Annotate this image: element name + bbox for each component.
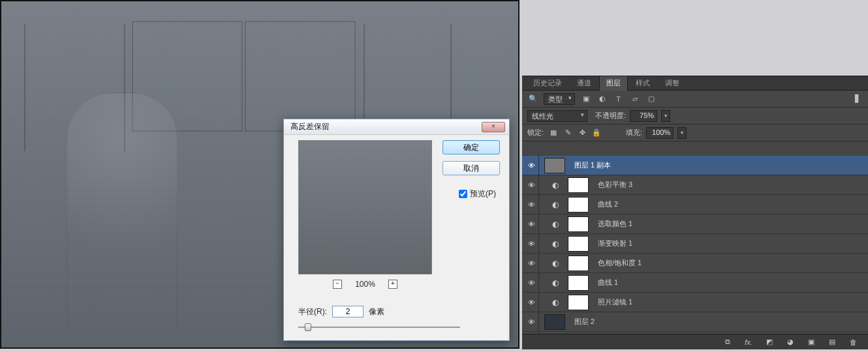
layer-thumb[interactable] [544,314,565,330]
adjustment-glyph-icon: ◐ [548,276,563,290]
lock-all-icon[interactable]: 🔒 [591,127,602,139]
layer-thumb[interactable] [544,158,565,173]
lock-transparent-icon[interactable]: ▦ [548,127,559,139]
fx-icon[interactable]: fx. [743,336,754,348]
fill-input[interactable]: 100% [646,127,674,139]
tab-history[interactable]: 历史记录 [526,76,569,90]
delete-layer-icon[interactable]: 🗑 [847,336,859,348]
filter-pixel-icon[interactable]: ▣ [580,93,591,104]
cancel-button[interactable]: 取消 [442,161,500,175]
radius-slider[interactable] [298,323,460,332]
eye-icon[interactable]: 👁 [525,312,539,331]
layer-name-label: 色彩平衡 3 [598,180,632,190]
layer-name-label: 图层 1 副本 [574,160,611,170]
filter-shape-icon[interactable]: ▱ [629,93,640,104]
radius-row: 半径(R): 像素 [298,306,481,317]
zoom-out-button[interactable]: − [333,280,342,289]
layer-mask-thumb[interactable] [568,197,589,213]
layer-name-label: 色相/饱和度 1 [598,258,642,268]
eye-icon[interactable]: 👁 [525,175,539,194]
new-group-icon[interactable]: ▣ [805,336,817,348]
layer-row[interactable]: 👁◐色相/饱和度 1 [522,254,868,273]
dialog-body: − 100% + 半径(R): 像素 确定 取消 预览(P) [284,135,509,340]
tab-channels[interactable]: 通道 [570,76,598,90]
lock-brush-icon[interactable]: ✎ [562,127,574,139]
opacity-stepper[interactable]: ▾ [661,110,670,122]
layer-mask-thumb[interactable] [568,256,589,271]
lock-move-icon[interactable]: ✥ [576,127,588,139]
dialog-title: 高反差保留 [290,121,330,132]
link-layers-icon[interactable]: ⧉ [722,336,734,348]
adjustment-glyph-icon: ◐ [548,217,563,231]
blend-mode-dropdown[interactable]: 线性光 [527,110,587,122]
preview-checkbox[interactable] [459,190,467,198]
filter-smart-icon[interactable]: ▢ [645,93,657,104]
layer-row[interactable]: 👁◐渐变映射 1 [522,234,868,254]
filter-text-icon[interactable]: T [613,93,624,104]
add-mask-icon[interactable]: ◩ [764,336,775,348]
eye-icon[interactable]: 👁 [525,195,539,214]
new-layer-icon[interactable]: ▤ [826,336,838,348]
layer-row[interactable]: 👁◐曲线 1 [522,273,868,293]
layer-name-label: 图层 2 [574,317,595,327]
eye-icon[interactable]: 👁 [525,273,539,292]
layer-filter-toolbar: 🔍 类型 ▣ ◐ T ▱ ▢ ▋ [522,91,868,108]
filter-preview[interactable] [298,140,432,274]
layer-row[interactable]: 👁图层 1 副本 [522,156,868,175]
layer-row[interactable]: 👁◐曲线 2 [522,195,868,214]
tab-layers[interactable]: 图层 [599,76,628,91]
preview-checkbox-row[interactable]: 预览(P) [459,188,496,199]
layer-mask-thumb[interactable] [568,177,589,193]
radius-unit: 像素 [369,306,384,317]
dialog-button-column: 确定 取消 [442,140,500,175]
dialog-titlebar[interactable]: 高反差保留 × [284,119,509,135]
canvas-poster-shape-2 [245,21,356,132]
layer-mask-thumb[interactable] [568,216,589,232]
eye-icon[interactable]: 👁 [525,254,539,272]
slider-track [298,327,460,328]
panel-tabs: 历史记录 通道 图层 样式 调整 [522,76,868,91]
eye-icon[interactable]: 👁 [525,214,539,233]
adjustment-glyph-icon: ◐ [548,256,563,271]
radius-label: 半径(R): [298,306,327,317]
layer-mask-thumb[interactable] [568,295,589,310]
lock-fill-row: 锁定: ▦ ✎ ✥ 🔒 填充: 100% ▾ [522,125,868,141]
eye-icon[interactable]: 👁 [525,156,539,175]
canvas-figure-left [67,93,178,327]
preview-checkbox-label: 预览(P) [470,188,496,199]
layer-row[interactable]: 👁◐色彩平衡 3 [522,175,868,195]
filter-adjust-icon[interactable]: ◐ [597,93,608,104]
filter-type-dropdown[interactable]: 类型 [544,93,575,105]
layer-name-label: 渐变映射 1 [598,239,632,248]
layer-mask-thumb[interactable] [568,236,589,252]
close-icon[interactable]: × [482,122,505,132]
tab-adjustments[interactable]: 调整 [658,76,687,90]
high-pass-dialog[interactable]: 高反差保留 × − 100% + 半径(R): 像素 确定 取消 预览(P) [283,119,510,341]
search-icon: 🔍 [527,93,538,104]
fill-stepper[interactable]: ▾ [677,127,687,139]
layer-list[interactable]: 👁图层 1 副本👁◐色彩平衡 3👁◐曲线 2👁◐选取颜色 1👁◐渐变映射 1👁◐… [522,156,868,334]
blend-opacity-row: 线性光 不透明度: 75% ▾ [522,108,868,125]
eye-icon[interactable]: 👁 [525,293,539,312]
adjustment-glyph-icon: ◐ [548,237,563,251]
layers-panel: 历史记录 通道 图层 样式 调整 🔍 类型 ▣ ◐ T ▱ ▢ ▋ 线性光 不透… [522,76,868,349]
ok-button[interactable]: 确定 [442,140,500,154]
opacity-input[interactable]: 75% [630,110,657,122]
radius-input[interactable] [332,306,364,317]
layer-row[interactable]: 👁◐照片滤镜 1 [522,293,868,312]
new-adjustment-icon[interactable]: ◕ [784,336,796,348]
layer-name-label: 曲线 2 [598,199,618,209]
layer-mask-thumb[interactable] [568,275,589,291]
slider-thumb[interactable] [305,323,311,331]
layer-row[interactable]: 👁图层 2 [522,312,868,332]
adjustment-glyph-icon: ◐ [548,295,563,310]
layer-row[interactable]: 👁◐选取颜色 1 [522,214,868,234]
adjustment-glyph-icon: ◐ [548,178,563,192]
tab-styles[interactable]: 样式 [628,76,657,90]
eye-icon[interactable]: 👁 [525,234,539,253]
zoom-percent: 100% [355,280,375,289]
layers-panel-footer: ⧉ fx. ◩ ◕ ▣ ▤ 🗑 [522,334,868,349]
lock-icons-group: ▦ ✎ ✥ 🔒 [548,127,602,139]
filter-toggle-icon[interactable]: ▋ [852,93,863,104]
zoom-in-button[interactable]: + [388,280,397,289]
